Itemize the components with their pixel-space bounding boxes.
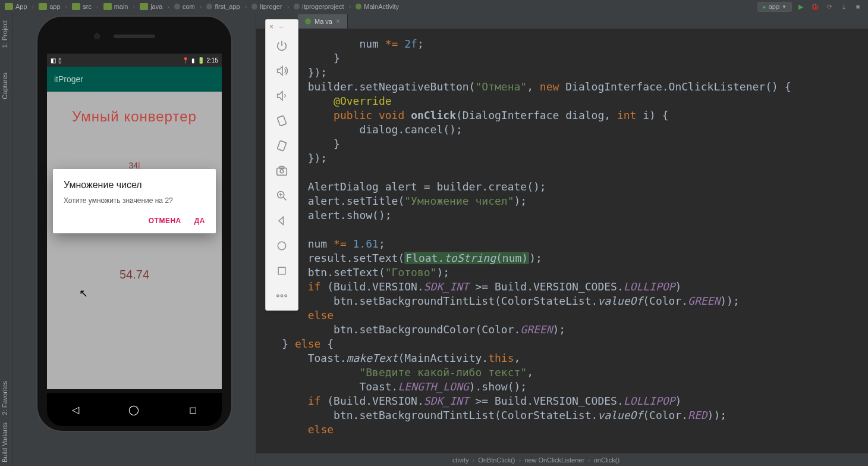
app-content: Умный конвертер 34| 54.74 Умножение чисе… xyxy=(47,92,222,389)
crumb-frag[interactable]: new OnClickListener xyxy=(524,456,584,464)
crumb-frag[interactable]: OnBtnClick() xyxy=(478,456,515,464)
crumb-itproger[interactable]: itproger xyxy=(251,3,282,10)
android-status-bar: ◧ ▯ 📍 ▮ 🔋 2:15 xyxy=(47,54,222,67)
result-label: 54.74 xyxy=(47,268,222,282)
volume-down-icon[interactable] xyxy=(270,85,294,107)
gutter-build-variants[interactable]: Build Variants xyxy=(0,419,10,466)
left-tool-gutter: 1: Project Captures 2: Favorites Build V… xyxy=(0,13,13,466)
svg-rect-1 xyxy=(277,140,286,151)
emulator-device-frame: ◧ ▯ 📍 ▮ 🔋 2:15 itProger Умный конвертер … xyxy=(36,15,232,432)
crumb-app[interactable]: app xyxy=(39,3,60,10)
nav-back-icon[interactable]: ◁ xyxy=(72,404,79,415)
svg-point-10 xyxy=(285,295,287,296)
profile-icon[interactable]: ⟳ xyxy=(824,1,835,12)
crumb-itprogerproject[interactable]: itprogerproject xyxy=(294,3,344,10)
svg-point-8 xyxy=(277,295,279,296)
dialog-title: Умножение чисел xyxy=(64,180,205,190)
zoom-icon[interactable] xyxy=(270,185,294,207)
phone-screen: ◧ ▯ 📍 ▮ 🔋 2:15 itProger Умный конвертер … xyxy=(47,54,222,389)
nav-recent-icon[interactable]: ◻ xyxy=(189,404,197,415)
power-icon[interactable] xyxy=(270,35,294,57)
emulator-minimize-icon[interactable]: – xyxy=(279,23,284,31)
java-class-icon xyxy=(305,18,311,24)
overview-icon[interactable] xyxy=(270,260,294,282)
home-icon[interactable] xyxy=(270,235,294,257)
run-icon[interactable]: ▶ xyxy=(795,1,806,12)
nav-home-icon[interactable]: ◯ xyxy=(128,404,139,415)
close-tab-icon[interactable]: × xyxy=(336,17,340,26)
attach-icon[interactable]: ⤓ xyxy=(838,1,849,12)
svg-point-3 xyxy=(280,170,284,173)
crumb-first_app[interactable]: first_app xyxy=(206,3,240,10)
svg-point-9 xyxy=(281,295,282,296)
dialog-cancel-button[interactable]: ОТМЕНА xyxy=(149,217,181,225)
crumb-main[interactable]: main xyxy=(103,3,128,10)
app-heading: Умный конвертер xyxy=(47,108,222,125)
run-config-select[interactable]: ▸app▼ xyxy=(757,2,792,12)
location-icon: 📍 xyxy=(182,57,189,64)
crumb-frag[interactable]: onClick() xyxy=(594,456,619,464)
crumb-java[interactable]: java xyxy=(140,3,162,10)
app-bar: itProger xyxy=(47,67,222,92)
emulator-toolbar: × – xyxy=(265,19,298,311)
crumb-frag[interactable]: ctivity xyxy=(452,456,469,464)
crumb-src[interactable]: src xyxy=(72,3,92,10)
svg-rect-4 xyxy=(279,167,284,169)
code-editor[interactable]: num *= 2f; } }); builder.setNegativeButt… xyxy=(256,29,868,453)
editor-breadcrumb: ctivity› OnBtnClick()› new OnClickListen… xyxy=(256,453,868,466)
svg-point-6 xyxy=(278,242,285,249)
gutter-project[interactable]: 1: Project xyxy=(0,17,10,51)
status-icon: ◧ xyxy=(51,57,56,64)
stop-icon[interactable]: ■ xyxy=(853,1,863,12)
debug-icon[interactable]: 🐞 xyxy=(810,1,820,12)
more-icon[interactable] xyxy=(270,285,294,307)
status-icon: ▯ xyxy=(58,57,62,64)
top-toolbar: App› app› src› main› java› com› first_ap… xyxy=(0,0,868,13)
back-icon[interactable] xyxy=(270,210,294,232)
crumb-MainActivity[interactable]: MainActivity xyxy=(356,3,399,10)
dialog-scrim[interactable] xyxy=(47,92,222,389)
editor-tab-mainactivity[interactable]: Ma va × xyxy=(298,14,348,29)
dialog-ok-button[interactable]: ДА xyxy=(194,217,205,225)
status-time: 2:15 xyxy=(207,57,218,64)
volume-up-icon[interactable] xyxy=(270,60,294,82)
android-nav-bar: ◁ ◯ ◻ xyxy=(47,393,222,426)
phone-speaker xyxy=(114,35,155,38)
screenshot-icon[interactable] xyxy=(270,160,294,182)
svg-rect-7 xyxy=(278,267,285,274)
phone-camera xyxy=(94,33,100,39)
crumb-com[interactable]: com xyxy=(174,3,195,10)
editor-tab-bar: Ma va × xyxy=(256,13,868,29)
gutter-favorites[interactable]: 2: Favorites xyxy=(0,377,10,418)
app-bar-title: itProger xyxy=(54,74,83,84)
svg-rect-0 xyxy=(277,115,286,126)
signal-icon: ▮ xyxy=(191,57,195,64)
gutter-captures[interactable]: Captures xyxy=(0,69,10,103)
rotate-right-icon[interactable] xyxy=(270,135,294,157)
battery-icon: 🔋 xyxy=(197,57,205,64)
crumb-App[interactable]: App xyxy=(5,3,27,10)
alert-dialog: Умножение чисел Хотите умножить значение… xyxy=(53,169,216,233)
dialog-message: Хотите умножить значение на 2? xyxy=(64,196,205,205)
rotate-left-icon[interactable] xyxy=(270,110,294,132)
emulator-close-icon[interactable]: × xyxy=(269,23,273,31)
